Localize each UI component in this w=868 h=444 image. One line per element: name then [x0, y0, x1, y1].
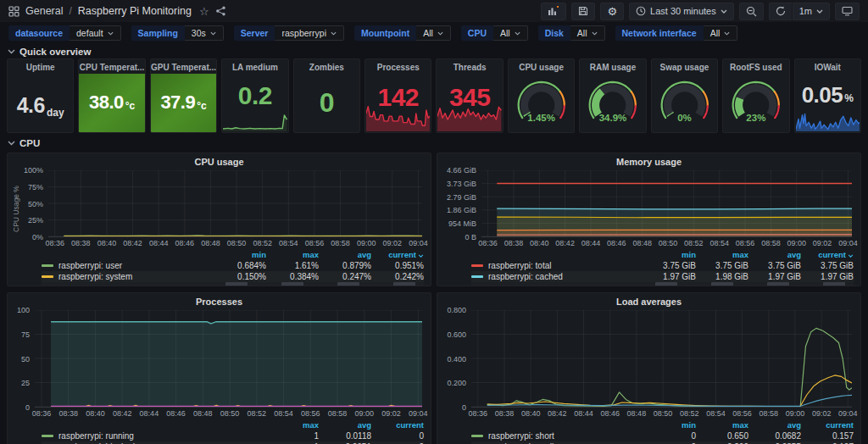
legend-sort-header[interactable]: current — [371, 250, 424, 259]
row-header-quick-overview[interactable]: Quick overview — [0, 44, 868, 58]
panel-title[interactable]: GPU Temperat... — [151, 59, 216, 72]
legend-sort-header[interactable]: max — [266, 250, 319, 259]
panel-title[interactable]: Processes — [365, 59, 431, 72]
grafana-dashboard: General / Raspberry Pi Monitoring ☆ ⚙ La… — [0, 0, 868, 444]
x-tick-label: 09:00 — [787, 239, 806, 247]
panel-title[interactable]: RootFS used — [723, 59, 788, 72]
legend-sort-header[interactable]: current — [371, 420, 424, 430]
x-axis: 08:3608:3808:4008:4208:4408:4608:4808:50… — [481, 237, 852, 248]
plot-area[interactable] — [471, 310, 852, 408]
variable-value-dropdown[interactable]: raspberrypi — [275, 25, 344, 41]
gauge-panel-rootfs-used: RootFS used 23% — [722, 58, 789, 133]
row-header-cpu[interactable]: CPU — [0, 136, 868, 150]
kiosk-mode-button[interactable] — [835, 3, 860, 20]
panel-title[interactable]: Load averages — [437, 293, 860, 308]
panel-title[interactable]: Memory usage — [437, 153, 860, 169]
series-swatch — [471, 275, 483, 278]
variable-value-dropdown[interactable]: All — [416, 25, 451, 41]
x-tick-label: 08:52 — [680, 409, 699, 418]
legend-sort-header[interactable]: avg — [748, 420, 801, 430]
legend-value: 0 — [371, 431, 424, 441]
y-tick-label: 100% — [24, 166, 43, 175]
variable-network-interface: Network interface All — [615, 25, 738, 41]
x-tick-label: 08:40 — [86, 409, 105, 418]
variable-value-dropdown[interactable]: 30s — [185, 25, 224, 41]
variable-value-dropdown[interactable]: All — [493, 25, 528, 41]
panel-title[interactable]: IOWait — [795, 59, 860, 72]
panel-title[interactable]: Uptime — [8, 59, 73, 72]
legend-sort-header[interactable]: avg — [748, 250, 801, 259]
legend-sort-header[interactable]: min — [643, 250, 696, 259]
add-panel-button[interactable] — [541, 3, 566, 20]
chart-legend: minmaxavgcurrentraspberrypi: total3.75 G… — [437, 248, 860, 286]
y-tick-label: 50% — [28, 200, 43, 208]
x-tick-label: 09:02 — [813, 239, 832, 247]
panel-title[interactable]: Processes — [8, 293, 431, 308]
breadcrumb-dashboard-title[interactable]: Raspberry Pi Monitoring — [78, 5, 192, 17]
legend-row: raspberrypi: short00.6500.06820.157 — [471, 430, 854, 441]
legend-series-name[interactable]: raspberrypi: cached — [471, 272, 643, 281]
legend-series-name[interactable]: raspberrypi: short — [471, 431, 643, 441]
x-axis: 08:3608:3808:4008:4208:4408:4608:4808:50… — [48, 237, 422, 248]
panel-title[interactable]: CPU usage — [8, 153, 431, 169]
panel-title[interactable]: CPU Temperat... — [79, 59, 144, 72]
panel-title[interactable]: Swap usage — [652, 59, 717, 72]
variable-value-dropdown[interactable]: All — [704, 25, 738, 41]
legend-sort-header[interactable]: min — [643, 420, 696, 430]
share-icon[interactable] — [215, 6, 226, 16]
x-tick-label: 08:56 — [301, 409, 320, 418]
legend-row: raspberrypi: system0.150%0.384%0.247%0.2… — [42, 271, 424, 282]
legend-row: raspberrypi: running10.01180 — [42, 430, 424, 441]
y-tick-label: 2.79 GiB — [447, 193, 476, 202]
y-tick-label: 75% — [28, 183, 43, 191]
save-dashboard-button[interactable] — [571, 3, 595, 20]
refresh-button[interactable] — [769, 3, 793, 20]
chart-legend: minmaxavgcurrentraspberrypi: user0.684%1… — [8, 248, 431, 286]
chart-legend: maxavgcurrentraspberrypi: running10.0118… — [8, 419, 431, 444]
x-tick-label: 08:54 — [709, 239, 729, 247]
variable-value-dropdown[interactable]: default — [70, 25, 121, 41]
chart-body: 0 B954 MiB1.86 GiB2.79 GiB3.73 GiB4.66 G… — [437, 169, 860, 248]
legend-sort-header[interactable]: avg — [319, 420, 371, 430]
legend-value: 3.75 GiB — [748, 261, 801, 270]
legend-sort-header[interactable]: current — [801, 250, 854, 259]
legend-sort-header[interactable]: current — [801, 420, 854, 430]
dashboard-settings-button[interactable]: ⚙ — [600, 3, 624, 20]
chevron-down-icon — [331, 31, 337, 36]
zoom-out-button[interactable] — [739, 3, 764, 20]
legend-series-name[interactable]: raspberrypi: running — [42, 431, 266, 441]
chevron-down-icon — [437, 31, 443, 36]
legend-series-name[interactable]: raspberrypi: system — [42, 272, 214, 281]
time-range-picker[interactable]: Last 30 minutes — [629, 3, 734, 20]
legend-header-row: maxavgcurrent — [42, 419, 424, 430]
panel-title[interactable]: RAM usage — [580, 59, 645, 72]
x-tick-label: 08:40 — [530, 239, 549, 247]
variable-value-dropdown[interactable]: All — [570, 25, 605, 41]
legend-sort-header[interactable]: max — [696, 420, 748, 430]
plot-area[interactable] — [35, 310, 422, 408]
plot-area[interactable] — [481, 170, 852, 237]
refresh-interval-picker[interactable]: 1m — [793, 3, 830, 20]
panel-title[interactable]: Threads — [437, 59, 502, 72]
x-tick-label: 08:42 — [555, 239, 575, 247]
legend-sort-header[interactable]: max — [266, 420, 319, 430]
legend-series-name[interactable]: raspberrypi: user — [42, 261, 214, 270]
legend-sort-header[interactable]: avg — [319, 250, 371, 259]
x-tick-label: 09:00 — [786, 409, 805, 418]
y-axis: 00.2000.4000.6000.800 — [441, 310, 471, 408]
x-tick-label: 08:46 — [175, 239, 195, 247]
legend-sort-header[interactable]: max — [696, 250, 748, 259]
panel-title[interactable]: LA medium — [222, 59, 287, 72]
x-tick-label: 08:42 — [548, 409, 567, 418]
plot-area[interactable] — [48, 170, 422, 237]
panel-title[interactable]: CPU usage — [509, 59, 574, 72]
stat-panel-threads: Threads 345 — [436, 58, 503, 133]
breadcrumb-section[interactable]: General — [25, 5, 63, 17]
dashboards-grid-icon[interactable] — [8, 6, 19, 17]
x-tick-label: 08:40 — [97, 239, 117, 247]
legend-sort-header[interactable]: min — [214, 250, 266, 259]
panel-title[interactable]: Zombies — [294, 59, 359, 72]
gauge-value: 34.9% — [580, 113, 645, 123]
legend-series-name[interactable]: raspberrypi: total — [471, 261, 643, 270]
star-icon[interactable]: ☆ — [199, 5, 209, 18]
